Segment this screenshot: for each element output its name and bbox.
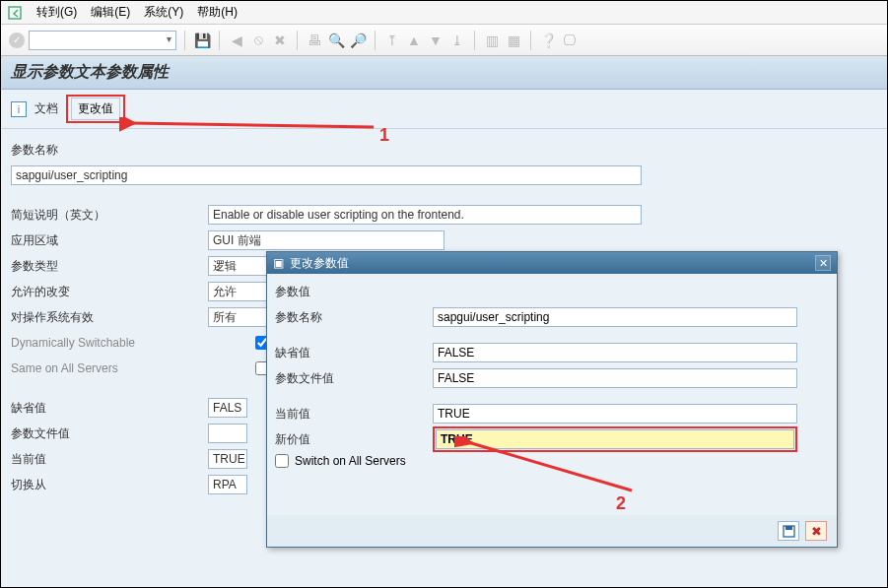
dialog-param-file-label: 参数文件值 <box>275 370 433 387</box>
same-all-servers-label: Same on All Servers <box>11 361 208 375</box>
first-page-icon[interactable]: ⤒ <box>383 32 401 49</box>
print-icon[interactable]: 🖶 <box>306 32 323 49</box>
dialog-close-button[interactable]: ✕ <box>815 255 831 271</box>
dialog-body: 参数值 参数名称 sapgui/user_scripting 缺省值 FALSE… <box>267 274 837 515</box>
app-area-label: 应用区域 <box>11 232 208 249</box>
toolbar-separator <box>297 31 298 50</box>
command-field[interactable] <box>29 31 176 50</box>
param-file-label: 参数文件值 <box>11 425 208 442</box>
dialog-current-value: TRUE <box>433 404 797 424</box>
change-param-dialog: ▣ 更改参数值 ✕ 参数值 参数名称 sapgui/user_scripting… <box>266 251 838 548</box>
dialog-new-value-input[interactable]: TRUE <box>436 429 794 449</box>
change-value-highlight: 更改值 <box>66 95 125 123</box>
param-name-value[interactable]: sapgui/user_scripting <box>11 165 642 185</box>
default-label: 缺省值 <box>11 400 208 417</box>
dialog-default-value: FALSE <box>433 343 797 362</box>
current-value: TRUE <box>208 449 247 469</box>
cancel-icon[interactable]: ✖ <box>271 32 289 49</box>
toolbar-separator <box>375 31 376 50</box>
ok-icon[interactable]: ✓ <box>9 33 25 48</box>
menu-system[interactable]: 系统(Y) <box>144 4 183 21</box>
dialog-section-title: 参数值 <box>275 284 829 300</box>
page-title-area: 显示参数文本参数属性 <box>1 56 887 90</box>
menu-system-icon[interactable] <box>7 5 23 21</box>
dialog-icon: ▣ <box>273 256 284 270</box>
dialog-footer: ✖ <box>267 515 837 547</box>
param-file-value <box>208 424 247 443</box>
param-name-label: 参数名称 <box>11 142 208 159</box>
short-desc-value: Enable or disable user scripting on the … <box>208 205 642 225</box>
dialog-new-value-highlight: TRUE <box>433 426 797 452</box>
info-icon[interactable]: i <box>11 101 27 117</box>
switch-from-label: 切换从 <box>11 477 208 493</box>
app-area-value: GUI 前端 <box>208 230 444 250</box>
change-value-button[interactable]: 更改值 <box>71 98 120 120</box>
dialog-new-label: 新价值 <box>275 431 433 448</box>
toolbar-separator <box>530 31 531 50</box>
annotation-number-2: 2 <box>616 493 626 514</box>
dialog-cancel-button[interactable]: ✖ <box>805 521 827 541</box>
toolbar: ✓ 💾 ◀ ⦸ ✖ 🖶 🔍 🔎 ⤒ ▲ ▼ ⤓ ▥ ▦ ❔ 🖵 <box>1 25 887 56</box>
action-row: i 文档 更改值 <box>1 90 887 129</box>
document-label: 文档 <box>34 100 58 117</box>
dialog-save-button[interactable] <box>778 521 799 541</box>
dialog-title-text: 更改参数值 <box>290 255 349 272</box>
find-icon[interactable]: 🔍 <box>327 32 345 49</box>
os-valid-label: 对操作系统有效 <box>11 309 208 326</box>
page-title: 显示参数文本参数属性 <box>11 62 877 83</box>
dialog-default-label: 缺省值 <box>275 345 433 361</box>
dialog-param-name-label: 参数名称 <box>275 309 433 326</box>
shortcut-icon[interactable]: ▦ <box>505 32 522 49</box>
annotation-number-1: 1 <box>379 125 389 146</box>
help-icon[interactable]: ❔ <box>539 32 557 49</box>
dialog-param-name-value: sapgui/user_scripting <box>433 307 797 327</box>
menu-bar: 转到(G) 编辑(E) 系统(Y) 帮助(H) <box>1 1 887 25</box>
dialog-title-bar[interactable]: ▣ 更改参数值 ✕ <box>267 252 837 274</box>
dialog-param-file-value: FALSE <box>433 368 797 388</box>
next-page-icon[interactable]: ▼ <box>427 32 444 49</box>
exit-icon[interactable]: ⦸ <box>249 32 267 49</box>
toolbar-separator <box>184 31 185 50</box>
switch-from-value: RPA <box>208 475 247 494</box>
dialog-current-label: 当前值 <box>275 406 433 423</box>
default-value: FALS <box>208 398 247 418</box>
layout-icon[interactable]: 🖵 <box>561 32 579 49</box>
switch-all-servers-label: Switch on All Servers <box>295 454 406 468</box>
svg-rect-2 <box>786 526 792 530</box>
toolbar-separator <box>219 31 220 50</box>
back-icon[interactable]: ◀ <box>228 32 245 49</box>
save-icon[interactable]: 💾 <box>193 32 211 49</box>
current-label: 当前值 <box>11 451 208 468</box>
toolbar-separator <box>474 31 475 50</box>
last-page-icon[interactable]: ⤓ <box>448 32 466 49</box>
menu-edit[interactable]: 编辑(E) <box>91 4 130 21</box>
find-next-icon[interactable]: 🔎 <box>349 32 367 49</box>
switch-all-servers-checkbox[interactable] <box>275 454 289 468</box>
dynamic-switchable-label: Dynamically Switchable <box>11 336 208 350</box>
prev-page-icon[interactable]: ▲ <box>405 32 423 49</box>
short-desc-label: 简短说明（英文） <box>11 207 208 224</box>
param-type-label: 参数类型 <box>11 258 208 275</box>
allowed-change-label: 允许的改变 <box>11 284 208 300</box>
new-session-icon[interactable]: ▥ <box>483 32 501 49</box>
menu-goto[interactable]: 转到(G) <box>36 4 77 21</box>
menu-help[interactable]: 帮助(H) <box>197 4 238 21</box>
